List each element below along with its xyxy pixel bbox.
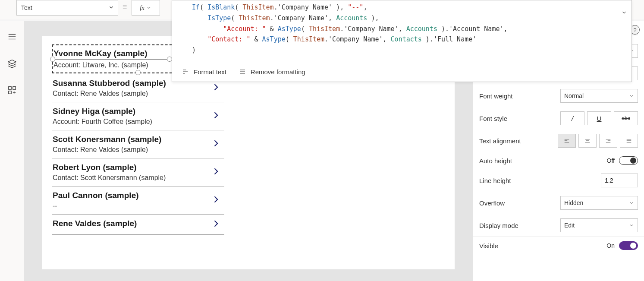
- components-icon[interactable]: [7, 85, 17, 97]
- remove-formatting-label: Remove formatting: [251, 68, 305, 76]
- remove-formatting-button[interactable]: Remove formatting: [239, 68, 305, 76]
- italic-button[interactable]: /: [560, 111, 584, 125]
- prop-lineheight: Line height: [473, 169, 644, 192]
- prop-displaymode-label: Display mode: [479, 222, 518, 229]
- align-right-button[interactable]: [599, 134, 617, 148]
- prop-visible-label: Visible: [479, 242, 498, 249]
- row-name: Sidney Higa (sample): [53, 107, 223, 116]
- svg-rect-11: [13, 87, 15, 89]
- align-center-button[interactable]: [578, 134, 597, 148]
- row-subtitle: --: [53, 202, 223, 210]
- gallery-row[interactable]: Paul Cannon (sample)--: [52, 186, 224, 215]
- chevron-right-icon[interactable]: [211, 165, 220, 179]
- chevron-right-icon[interactable]: [211, 137, 220, 151]
- gallery-row[interactable]: Sidney Higa (sample)Account: Fourth Coff…: [52, 102, 224, 130]
- overflow-select[interactable]: Hidden: [560, 196, 638, 210]
- gallery-row[interactable]: Rene Valdes (sample): [52, 215, 224, 235]
- row-subtitle: Contact: Rene Valdes (sample): [53, 90, 223, 98]
- prop-fontstyle-label: Font style: [479, 115, 507, 122]
- autoheight-toggle[interactable]: [619, 156, 638, 165]
- chevron-right-icon[interactable]: [211, 218, 220, 231]
- formula-code[interactable]: If( IsBlank( ThisItem.'Company Name' ), …: [172, 0, 631, 62]
- chevron-right-icon[interactable]: [211, 193, 220, 207]
- row-subtitle: Contact: Scott Konersmann (sample): [53, 174, 223, 182]
- prop-alignment-label: Text alignment: [479, 137, 521, 145]
- chevron-right-icon[interactable]: [211, 109, 220, 123]
- row-subtitle: Contact: Rene Valdes (sample): [53, 146, 223, 154]
- svg-rect-12: [8, 91, 11, 94]
- row-name: Robert Lyon (sample): [53, 163, 223, 172]
- hamburger-icon[interactable]: [7, 32, 17, 43]
- property-selector-value: Text: [21, 4, 32, 11]
- align-left-button[interactable]: [558, 134, 576, 148]
- formula-editor: If( IsBlank( ThisItem.'Company Name' ), …: [172, 0, 632, 82]
- visible-value: On: [606, 242, 615, 249]
- row-name: Rene Valdes (sample): [53, 219, 223, 228]
- autoheight-value: Off: [607, 157, 615, 164]
- prop-fontstyle: Font style / U abc: [473, 107, 644, 129]
- row-name: Paul Cannon (sample): [53, 191, 223, 200]
- chevron-down-icon[interactable]: [621, 8, 627, 19]
- prop-overflow: Overflow Hidden: [473, 192, 644, 214]
- row-name: Scott Konersmann (sample): [53, 135, 223, 144]
- fontweight-select[interactable]: Normal: [560, 89, 638, 103]
- property-selector[interactable]: Text: [16, 0, 118, 16]
- prop-overflow-label: Overflow: [479, 199, 505, 207]
- formula-toolbar: Format text Remove formatting: [172, 62, 631, 82]
- lineheight-input[interactable]: [601, 174, 638, 187]
- left-rail: [0, 21, 24, 281]
- selection-handle[interactable]: [50, 57, 55, 62]
- prop-fontweight-label: Font weight: [479, 92, 513, 100]
- prop-alignment: Text alignment: [473, 129, 644, 152]
- gallery-row[interactable]: Scott Konersmann (sample)Contact: Rene V…: [52, 130, 224, 158]
- visible-toggle[interactable]: [619, 241, 638, 250]
- prop-autoheight-label: Auto height: [479, 157, 512, 164]
- format-text-button[interactable]: Format text: [182, 68, 226, 76]
- chevron-right-icon[interactable]: [211, 81, 220, 95]
- prop-displaymode: Display mode Edit: [473, 214, 644, 237]
- format-text-label: Format text: [194, 68, 226, 76]
- row-subtitle: Account: Fourth Coffee (sample): [53, 118, 223, 126]
- displaymode-select[interactable]: Edit: [560, 218, 638, 232]
- strikethrough-button[interactable]: abc: [614, 111, 638, 125]
- gallery-row[interactable]: Robert Lyon (sample)Contact: Scott Koner…: [52, 158, 224, 186]
- svg-rect-10: [8, 87, 11, 89]
- prop-fontweight: Font weight Normal: [473, 85, 644, 107]
- prop-lineheight-label: Line height: [479, 177, 511, 184]
- svg-marker-9: [8, 60, 16, 64]
- fx-button[interactable]: fx: [132, 0, 160, 16]
- equals-sign: =: [123, 3, 127, 12]
- underline-button[interactable]: U: [587, 111, 611, 125]
- align-justify-button[interactable]: [620, 134, 638, 148]
- prop-visible: Visible On: [473, 237, 644, 254]
- fx-label: fx: [140, 4, 145, 12]
- chevron-down-icon: [108, 4, 114, 12]
- prop-autoheight: Auto height Off: [473, 152, 644, 169]
- layers-icon[interactable]: [7, 59, 17, 70]
